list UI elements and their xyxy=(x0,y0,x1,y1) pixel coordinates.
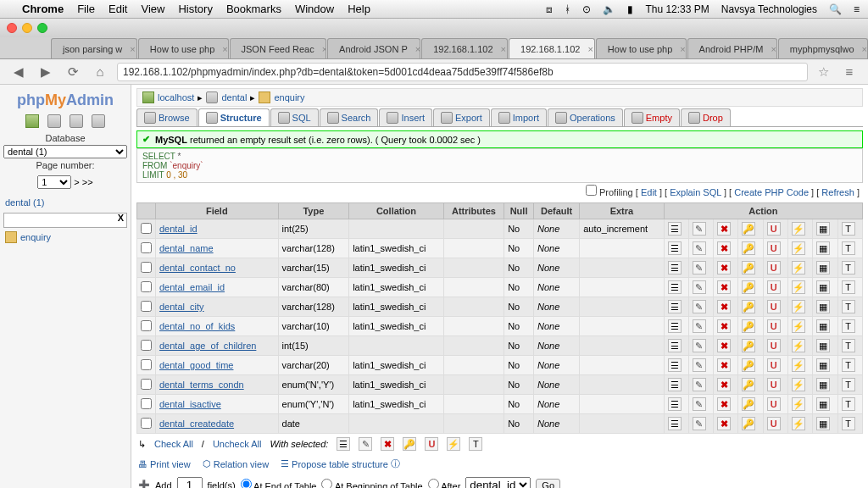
edit-icon[interactable]: ✎ xyxy=(693,261,706,274)
tab-drop[interactable]: Drop xyxy=(681,108,731,126)
tab-insert[interactable]: Insert xyxy=(379,108,432,126)
edit-icon[interactable]: ✎ xyxy=(693,378,706,391)
menu-extras-icon[interactable]: ≡ xyxy=(854,3,860,15)
browse-icon[interactable]: ☰ xyxy=(668,397,682,411)
fulltext-icon[interactable]: T xyxy=(842,339,855,352)
index-icon[interactable]: ⚡ xyxy=(792,339,805,352)
browse-icon[interactable]: ☰ xyxy=(668,222,682,236)
print-view-link[interactable]: 🖶Print view xyxy=(138,459,191,469)
after-field-select[interactable]: dental_id xyxy=(465,477,531,488)
sidebar-db-link[interactable]: dental (1) xyxy=(3,194,127,211)
close-tab-icon[interactable]: × xyxy=(415,44,420,54)
logout-icon[interactable] xyxy=(47,114,61,128)
edit-icon[interactable]: ✎ xyxy=(693,417,706,430)
fulltext-icon[interactable]: T xyxy=(842,241,855,255)
index-icon[interactable]: ⚡ xyxy=(792,417,805,430)
row-checkbox[interactable] xyxy=(141,379,152,390)
ws-primary-icon[interactable]: 🔑 xyxy=(403,437,416,451)
spatial-icon[interactable]: ▦ xyxy=(816,417,830,430)
breadcrumb-host[interactable]: localhost xyxy=(158,92,194,103)
breadcrumb-db[interactable]: dental xyxy=(221,92,247,103)
menu-bookmarks[interactable]: Bookmarks xyxy=(226,3,281,15)
close-tab-icon[interactable]: × xyxy=(130,44,135,54)
ws-index-icon[interactable]: ⚡ xyxy=(447,437,460,451)
browse-icon[interactable]: ☰ xyxy=(668,280,682,294)
row-checkbox[interactable] xyxy=(141,359,152,370)
primary-key-icon[interactable]: 🔑 xyxy=(742,339,755,352)
browse-icon[interactable]: ☰ xyxy=(668,417,682,430)
field-name-link[interactable]: dental_createdate xyxy=(159,419,234,429)
edit-sql-link[interactable]: Edit xyxy=(641,187,657,197)
sidebar-table-link[interactable]: enquiry xyxy=(3,230,127,245)
profiling-checkbox[interactable] xyxy=(586,185,597,196)
drop-icon[interactable]: ✖ xyxy=(717,300,731,313)
refresh-link[interactable]: Refresh xyxy=(821,187,854,197)
index-icon[interactable]: ⚡ xyxy=(792,300,805,313)
row-checkbox[interactable] xyxy=(141,262,152,273)
reload-button[interactable]: ⟳ xyxy=(63,62,83,82)
field-name-link[interactable]: dental_good_time xyxy=(159,360,233,370)
edit-icon[interactable]: ✎ xyxy=(693,397,706,411)
close-window-icon[interactable] xyxy=(7,23,17,33)
drop-icon[interactable]: ✖ xyxy=(717,339,731,352)
fulltext-icon[interactable]: T xyxy=(842,300,855,313)
drop-icon[interactable]: ✖ xyxy=(717,358,731,372)
bluetooth-icon[interactable]: ᚼ xyxy=(565,3,570,15)
create-php-link[interactable]: Create PHP Code xyxy=(734,187,809,197)
unique-icon[interactable]: U xyxy=(767,300,781,313)
field-name-link[interactable]: dental_id xyxy=(159,224,198,234)
help-icon[interactable]: ⓘ xyxy=(391,458,400,470)
ws-fulltext-icon[interactable]: T xyxy=(469,437,482,451)
browse-icon[interactable]: ☰ xyxy=(668,319,682,333)
spatial-icon[interactable]: ▦ xyxy=(816,378,830,391)
browse-icon[interactable]: ☰ xyxy=(668,339,682,352)
unique-icon[interactable]: U xyxy=(767,241,781,255)
drop-icon[interactable]: ✖ xyxy=(717,417,731,430)
fulltext-icon[interactable]: T xyxy=(842,280,855,294)
edit-icon[interactable]: ✎ xyxy=(693,339,706,352)
relation-view-link[interactable]: ⬡Relation view xyxy=(203,458,269,469)
row-checkbox[interactable] xyxy=(141,398,152,409)
drop-icon[interactable]: ✖ xyxy=(717,319,731,333)
field-name-link[interactable]: dental_email_id xyxy=(159,282,225,292)
edit-icon[interactable]: ✎ xyxy=(693,280,706,294)
close-tab-icon[interactable]: × xyxy=(222,44,227,54)
bookmark-star-icon[interactable]: ☆ xyxy=(815,64,832,80)
close-tab-icon[interactable]: × xyxy=(862,44,867,54)
fulltext-icon[interactable]: T xyxy=(842,222,855,236)
filter-clear-icon[interactable]: X xyxy=(118,213,124,223)
row-checkbox[interactable] xyxy=(141,223,152,234)
ws-edit-icon[interactable]: ✎ xyxy=(359,437,372,451)
row-checkbox[interactable] xyxy=(141,320,152,331)
tab-export[interactable]: Export xyxy=(433,108,490,126)
tab-structure[interactable]: Structure xyxy=(198,108,270,126)
ws-browse-icon[interactable]: ☰ xyxy=(337,437,350,451)
row-checkbox[interactable] xyxy=(141,301,152,312)
ws-drop-icon[interactable]: ✖ xyxy=(381,437,394,451)
at-beginning-radio[interactable] xyxy=(321,479,332,488)
menu-edit[interactable]: Edit xyxy=(108,3,127,15)
unique-icon[interactable]: U xyxy=(767,222,781,236)
add-count-input[interactable] xyxy=(177,477,203,488)
field-name-link[interactable]: dental_no_of_kids xyxy=(159,321,235,331)
browser-tab[interactable]: JSON Feed Reac× xyxy=(230,38,327,58)
spatial-icon[interactable]: ▦ xyxy=(816,300,830,313)
fulltext-icon[interactable]: T xyxy=(842,378,855,391)
tab-import[interactable]: Import xyxy=(491,108,547,126)
fulltext-icon[interactable]: T xyxy=(842,319,855,333)
browser-tab[interactable]: How to use php× xyxy=(138,38,229,58)
browser-tab[interactable]: myphpmysqlwo× xyxy=(778,38,868,58)
row-checkbox[interactable] xyxy=(141,242,152,253)
forward-button[interactable]: ▶ xyxy=(36,62,56,82)
drop-icon[interactable]: ✖ xyxy=(717,261,731,274)
battery-icon[interactable]: ▮ xyxy=(627,3,633,15)
row-checkbox[interactable] xyxy=(141,340,152,351)
index-icon[interactable]: ⚡ xyxy=(792,319,805,333)
fulltext-icon[interactable]: T xyxy=(842,261,855,274)
drop-icon[interactable]: ✖ xyxy=(717,378,731,391)
browser-tab[interactable]: 192.168.1.102× xyxy=(421,38,508,58)
unique-icon[interactable]: U xyxy=(767,319,781,333)
index-icon[interactable]: ⚡ xyxy=(792,280,805,294)
minimize-window-icon[interactable] xyxy=(22,23,32,33)
spatial-icon[interactable]: ▦ xyxy=(816,280,830,294)
